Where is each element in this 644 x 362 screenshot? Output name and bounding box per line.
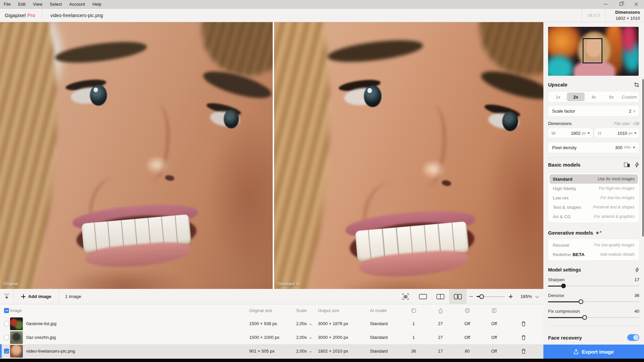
snapshot-view-button[interactable] — [397, 289, 414, 304]
ai-model-header: AI model — [370, 308, 400, 313]
fix-compression-setting: Fix compression 40 — [548, 309, 639, 320]
chevron-down-icon[interactable] — [633, 147, 635, 148]
restore-button[interactable] — [613, 0, 629, 9]
face-artwork — [274, 22, 543, 289]
lightning-icon[interactable] — [635, 162, 639, 168]
select-all-checkbox[interactable] — [4, 308, 9, 313]
sidebar-scrollbar[interactable] — [642, 79, 644, 237]
divider — [547, 158, 640, 158]
pixel-density-value[interactable]: 300 — [615, 145, 623, 150]
slider-thumb[interactable] — [561, 284, 566, 288]
model-redefine[interactable]: Redefine BETA Add realistic details — [549, 250, 638, 259]
menu-help[interactable]: Help — [89, 0, 105, 9]
model-standard[interactable]: Standard Use for most images — [549, 174, 638, 184]
width-unit: px — [582, 131, 586, 135]
delete-row-button[interactable] — [507, 349, 539, 354]
divider — [547, 326, 640, 326]
sharpen-value: 17 — [635, 277, 639, 282]
dimensions-value: 1802 × 1010 — [606, 15, 640, 21]
sharpen-setting: Sharpen 17 — [548, 277, 639, 288]
scale-custom-button[interactable]: Custom — [621, 93, 638, 101]
split-view-button[interactable] — [432, 289, 449, 304]
side-by-side-view-button[interactable] — [449, 289, 467, 304]
menu-edit[interactable]: Edit — [14, 0, 29, 9]
width-value[interactable]: 1802 — [571, 131, 581, 136]
scale-factor-row[interactable]: Scale factor 2 x — [548, 106, 639, 116]
menu-select[interactable]: Select — [46, 0, 65, 9]
table-header: Image Original size Scale Output size AI… — [0, 304, 543, 317]
model-settings-title: Model settings — [548, 267, 639, 273]
face-artwork — [0, 22, 273, 289]
model-text-shapes[interactable]: Text & shapes Preserve text & shapes — [549, 202, 638, 212]
output-dimensions: Dimensions 1802 × 1010 — [606, 9, 644, 21]
row-checkbox[interactable] — [4, 335, 9, 340]
delete-row-button[interactable] — [507, 321, 539, 326]
add-image-button[interactable]: Add image — [14, 289, 59, 304]
height-field[interactable]: H 1010 px — [595, 128, 639, 138]
scale-factor-value[interactable]: 2 — [629, 109, 631, 114]
model-recover[interactable]: Recover For low-quality images — [549, 240, 638, 250]
menu-view[interactable]: View — [29, 0, 46, 9]
delete-row-button[interactable] — [507, 335, 539, 340]
export-image-button[interactable]: Export image — [543, 345, 644, 359]
slider-thumb[interactable] — [479, 294, 484, 299]
basic-models-list: Standard Use for most images High fideli… — [548, 173, 639, 223]
table-row[interactable]: 0astenie-list.jpg 1500 × 938 px 2,00x → … — [0, 317, 543, 330]
denoise-slider[interactable] — [548, 299, 639, 304]
scale-1x-button[interactable]: 1x — [549, 93, 567, 101]
width-field[interactable]: W 1802 px — [548, 128, 593, 138]
sharpen-slider[interactable] — [548, 284, 639, 288]
fix-compression-slider[interactable] — [548, 315, 639, 320]
model-art-cg[interactable]: Art & CG For artwork & graphics — [549, 212, 638, 221]
close-button[interactable] — [629, 0, 644, 9]
zoom-in-button[interactable] — [506, 289, 515, 304]
minimize-button[interactable] — [598, 0, 613, 9]
row-checkbox[interactable] — [4, 349, 9, 354]
single-view-button[interactable] — [414, 289, 432, 304]
model-low-res[interactable]: Low res For low-res images — [549, 193, 638, 202]
pixel-density-label: Pixel density — [552, 145, 577, 150]
row-checkbox[interactable] — [4, 321, 9, 326]
navigation-thumbnail[interactable] — [548, 27, 639, 76]
denoise-setting: Denoise 36 — [548, 293, 639, 304]
scale-4x-button[interactable]: 4x — [585, 93, 602, 101]
plus-icon — [21, 294, 25, 299]
file-name: video-freelancers-pic.png — [26, 349, 249, 354]
beta-badge: BETA — [573, 252, 585, 257]
height-unit: px — [629, 131, 633, 135]
original-image-panel[interactable]: Original — [0, 22, 273, 289]
row-thumbnail — [10, 317, 23, 330]
slider-thumb[interactable] — [582, 315, 587, 320]
height-value[interactable]: 1010 — [618, 131, 627, 136]
chevron-down-icon[interactable] — [535, 294, 539, 298]
compression-icon — [481, 308, 507, 313]
chevron-down-icon[interactable] — [634, 132, 637, 134]
minimize-icon — [604, 4, 607, 4]
face-recovery-toggle[interactable] — [627, 334, 639, 341]
scale-header: Scale — [296, 308, 318, 313]
menu-account[interactable]: Account — [65, 0, 89, 9]
menu-file[interactable]: File — [0, 0, 14, 9]
zoom-out-button[interactable] — [467, 289, 475, 304]
model-high-fidelity[interactable]: High fidelity For high-res images — [549, 184, 638, 193]
table-row[interactable]: 0az-snezhn.jpg 1500 × 1000 px 2,00x → 30… — [0, 330, 543, 344]
slider-thumb[interactable] — [579, 299, 583, 304]
generative-models-title: Generative models ✦✧ — [548, 230, 639, 236]
preview-image-panel[interactable]: Standard v2 — [274, 22, 543, 289]
zoom-slider[interactable] — [477, 294, 505, 299]
image-count: 1 image — [59, 294, 87, 299]
settings-sidebar: Upscale 1x 2x 4x 6x Custom Scale factor … — [543, 22, 644, 362]
zoom-level[interactable]: 185% — [515, 294, 534, 299]
scale-factor-unit: x — [633, 109, 635, 113]
scale-2x-button[interactable]: 2x — [567, 93, 585, 101]
import-queue-button[interactable] — [0, 289, 13, 304]
dimensions-label: Dimensions — [548, 121, 572, 126]
chevron-down-icon[interactable] — [587, 132, 590, 134]
denoise-label: Denoise — [548, 293, 564, 298]
table-row-selected[interactable]: video-freelancers-pic.png 901 × 505 px 2… — [0, 344, 543, 358]
scale-6x-button[interactable]: 6x — [603, 93, 621, 101]
pixel-density-row[interactable]: Pixel density 300 PPI — [548, 142, 639, 153]
lightning-icon[interactable] — [635, 267, 639, 273]
crop-icon[interactable] — [634, 82, 639, 87]
ab-compare-icon[interactable] — [624, 162, 630, 167]
